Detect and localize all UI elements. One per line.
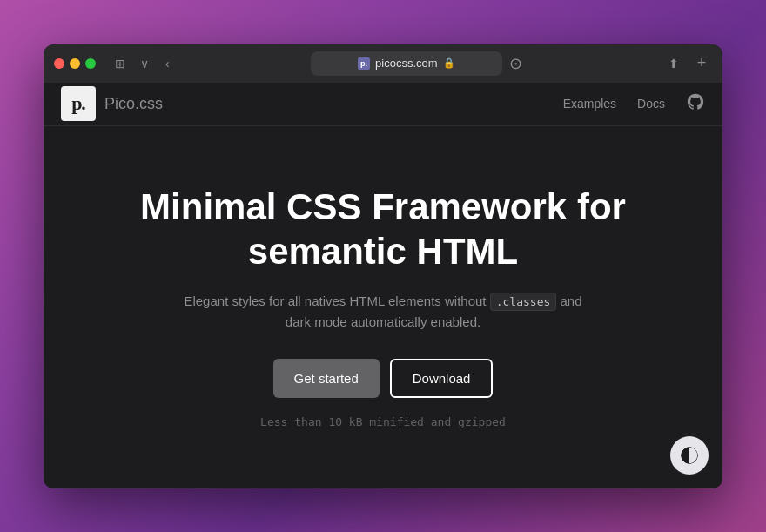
download-button[interactable]: Download — [390, 359, 494, 398]
tab-chevron-icon[interactable]: ∨ — [134, 53, 155, 74]
site-favicon: p. — [358, 57, 370, 70]
hero-subtitle: Elegant styles for all natives HTML elem… — [174, 291, 592, 333]
address-bar[interactable]: p. picocss.com 🔒 — [311, 51, 502, 76]
logo-box: p. — [61, 86, 96, 121]
address-menu-icon[interactable]: ⊙ — [509, 54, 522, 73]
logo-letter: p. — [71, 94, 85, 113]
hero-section: Minimal CSS Framework for semantic HTML … — [44, 126, 722, 488]
nav-links: Examples Docs — [563, 92, 705, 116]
address-bar-wrapper: p. picocss.com 🔒 ⊙ — [177, 51, 656, 76]
nav-docs[interactable]: Docs — [637, 97, 665, 111]
close-button[interactable] — [54, 58, 64, 69]
nav-examples[interactable]: Examples — [563, 97, 616, 111]
toolbar-right: ⬆ + — [663, 53, 712, 74]
address-text: picocss.com — [375, 57, 438, 70]
tab-controls: ⊞ ∨ — [110, 53, 155, 74]
title-bar: ⊞ ∨ ‹ p. picocss.com 🔒 ⊙ ⬆ + — [44, 44, 722, 83]
size-note: Less than 10 kB minified and gzipped — [260, 415, 506, 428]
subtitle-text-before: Elegant styles for all natives HTML elem… — [184, 293, 486, 308]
logo-area: p. Pico.css — [61, 86, 163, 121]
classes-badge: .classes — [490, 293, 557, 311]
dark-mode-toggle[interactable] — [670, 436, 709, 475]
cta-buttons: Get started Download — [273, 359, 494, 398]
share-icon[interactable]: ⬆ — [663, 53, 684, 74]
maximize-button[interactable] — [85, 58, 96, 69]
hero-title: Minimal CSS Framework for semantic HTML — [139, 185, 627, 273]
new-tab-icon[interactable]: + — [691, 53, 712, 74]
traffic-lights — [54, 58, 96, 69]
browser-window: ⊞ ∨ ‹ p. picocss.com 🔒 ⊙ ⬆ + p. Pico.css — [44, 44, 722, 488]
site-name: Pico.css — [104, 95, 163, 113]
lock-icon: 🔒 — [443, 57, 455, 69]
get-started-button[interactable]: Get started — [273, 359, 380, 398]
tab-icon: ⊞ — [110, 53, 131, 74]
back-button[interactable]: ‹ — [165, 57, 170, 71]
minimize-button[interactable] — [70, 58, 80, 69]
github-icon[interactable] — [686, 92, 705, 116]
site-navbar: p. Pico.css Examples Docs — [44, 83, 722, 126]
